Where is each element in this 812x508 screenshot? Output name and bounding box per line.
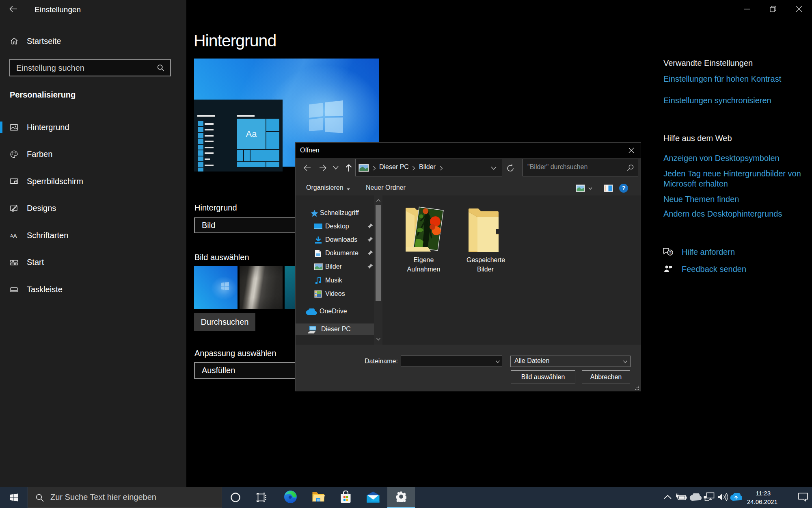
svg-text:?: ? [669,251,672,255]
svg-text:A: A [13,232,17,239]
